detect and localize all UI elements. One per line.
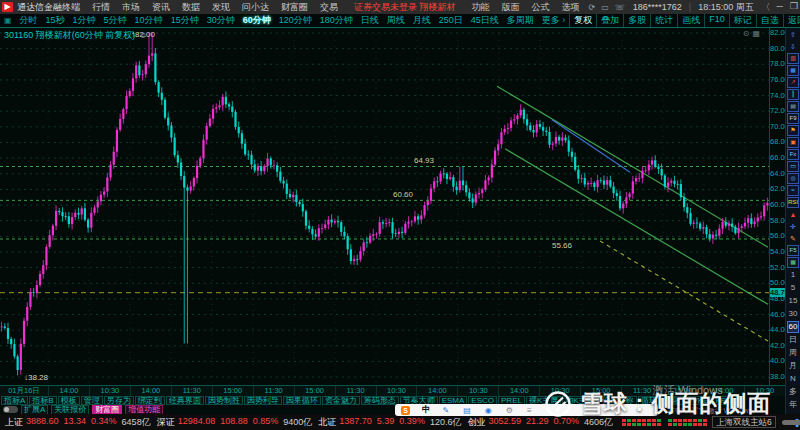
- strip-period-15[interactable]: 15: [787, 295, 799, 307]
- index-quote[interactable]: 深证12984.08108.880.85%9400亿: [155, 416, 317, 429]
- move-cross-icon[interactable]: ✛: [787, 221, 799, 232]
- period-多周期[interactable]: 多周期: [503, 14, 538, 27]
- period-250日[interactable]: 250日: [435, 14, 467, 27]
- flag-icon[interactable]: ⚑: [787, 125, 799, 136]
- ime-mic-icon[interactable]: ◉: [485, 406, 492, 415]
- grid-orange-icon[interactable]: ▣: [787, 137, 799, 148]
- tab-管理[interactable]: 管理: [81, 396, 103, 405]
- strip-period-月[interactable]: 月: [787, 360, 799, 372]
- menu-市场[interactable]: 市场: [116, 1, 146, 14]
- strip-period-1[interactable]: 1: [787, 269, 799, 281]
- strip-period-年[interactable]: 年: [787, 399, 799, 411]
- menu-交易[interactable]: 交易: [314, 1, 344, 14]
- tool-多股[interactable]: 多股: [623, 14, 650, 27]
- menu-数据[interactable]: 数据: [176, 1, 206, 14]
- trend-icon[interactable]: ↗: [787, 77, 799, 88]
- menu-选项[interactable]: 选项: [556, 1, 586, 14]
- refresh-icon[interactable]: ⟳: [586, 3, 599, 12]
- tab-因势制胜[interactable]: 因势制胜: [205, 396, 243, 405]
- menu-公式[interactable]: 公式: [526, 1, 556, 14]
- rsi-icon[interactable]: RSI: [787, 197, 799, 208]
- menu-行情[interactable]: 行情: [86, 1, 116, 14]
- tab-另存为[interactable]: 另存为: [104, 396, 134, 405]
- chart-corner-icons[interactable]: ⊙▦: [743, 29, 763, 38]
- tab-关联报价[interactable]: 关联报价: [51, 405, 89, 414]
- period-45日线[interactable]: 45日线: [467, 14, 503, 27]
- ime-pen-icon[interactable]: ✎: [443, 406, 450, 415]
- period-60分钟[interactable]: 60分钟: [239, 14, 275, 27]
- maximize-button[interactable]: ❒: [787, 1, 800, 14]
- minimize-button[interactable]: ─: [773, 1, 787, 14]
- tool-F10[interactable]: F10: [704, 14, 729, 27]
- alarm-icon[interactable]: ▲: [787, 209, 799, 220]
- strip-period-日[interactable]: 日: [787, 334, 799, 346]
- period-周线[interactable]: 周线: [383, 14, 409, 27]
- period-10分钟[interactable]: 10分钟: [131, 14, 167, 27]
- f5-icon[interactable]: F5: [787, 245, 799, 256]
- ime-logo-icon[interactable]: S: [401, 406, 410, 415]
- period-1分钟[interactable]: 1分钟: [69, 14, 100, 27]
- index-quote[interactable]: 北证1387.705.390.39%120.6亿: [316, 416, 465, 429]
- headset-icon[interactable]: ☏: [612, 3, 628, 12]
- candle-icon[interactable]: ┃: [787, 89, 799, 100]
- tab-扩展A[interactable]: 扩展A: [21, 405, 48, 414]
- period-30分钟[interactable]: 30分钟: [203, 14, 239, 27]
- f9-icon[interactable]: F9: [787, 113, 799, 124]
- period-15分钟[interactable]: 15分钟: [167, 14, 203, 27]
- tab-指标A[interactable]: 指标A: [1, 396, 28, 405]
- stock-info-icon[interactable]: ⊜: [139, 31, 146, 40]
- tab-因果循环[interactable]: 因果循环: [283, 396, 321, 405]
- period-分时[interactable]: 分时: [16, 14, 42, 27]
- tab-caifuquan[interactable]: 财富圈: [92, 405, 122, 414]
- tab-经典界面[interactable]: 经典界面: [166, 396, 204, 405]
- strip-period-N[interactable]: N: [787, 373, 799, 385]
- phone-icon[interactable]: ▭: [598, 3, 612, 12]
- tab-筹码形态[interactable]: 筹码形态: [361, 396, 399, 405]
- candlestick-chart[interactable]: 301160 翔楼新材(60分钟 前复权)⊜ ⊙▦ 64.9360.6055.6…: [0, 28, 769, 385]
- fx-icon[interactable]: Fx: [787, 149, 799, 160]
- menu-版面[interactable]: 版面: [496, 1, 526, 14]
- volume-icon[interactable]: ▦: [787, 65, 799, 76]
- menu-财富圈[interactable]: 财富圈: [275, 1, 314, 14]
- period-5分钟[interactable]: 5分钟: [100, 14, 131, 27]
- target-icon[interactable]: ◎: [787, 173, 799, 184]
- ime-settings-icon[interactable]: ⚙: [506, 406, 513, 415]
- period-日线[interactable]: 日线: [357, 14, 383, 27]
- strip-period-60[interactable]: 60: [787, 321, 799, 333]
- tab-资金魅力[interactable]: 资金魅力: [322, 396, 360, 405]
- index-quote[interactable]: 上证3888.6013.340.34%6458亿: [3, 416, 155, 429]
- tab-绑定到[interactable]: 绑定到: [135, 396, 165, 405]
- menu-发现[interactable]: 发现: [206, 1, 236, 14]
- ime-menu-icon[interactable]: ≡: [527, 406, 532, 415]
- strip-period-5[interactable]: 5: [787, 282, 799, 294]
- trade-login-alert[interactable]: 证券交易未登录 翔楼新材: [344, 1, 466, 14]
- menu-功能[interactable]: 功能: [466, 1, 496, 14]
- toggle-switch[interactable]: [3, 406, 18, 413]
- collapse-button[interactable]: 〈: [759, 1, 773, 14]
- menu-资讯[interactable]: 资讯: [146, 1, 176, 14]
- scroll-up-icon[interactable]: ⇧: [787, 29, 799, 40]
- image-icon[interactable]: ▦: [787, 257, 799, 268]
- kline-icon[interactable]: ▥: [787, 53, 799, 64]
- period-更多 ›[interactable]: 更多 ›: [538, 14, 570, 27]
- tab-因势利导[interactable]: 因势利导: [244, 396, 282, 405]
- layout-icon[interactable]: ▣: [0, 16, 16, 25]
- scroll-down-icon[interactable]: ⇩: [787, 41, 799, 52]
- strip-period-周[interactable]: 周: [787, 347, 799, 359]
- period-180分钟[interactable]: 180分钟: [316, 14, 357, 27]
- candlestick-svg[interactable]: 64.9360.6055.66↑82.00↓38.28: [0, 28, 769, 385]
- pencil-icon[interactable]: ✎: [787, 233, 799, 244]
- strip-period-多[interactable]: 多: [787, 386, 799, 398]
- strip-period-30[interactable]: 30: [787, 308, 799, 320]
- tool-统计[interactable]: 统计: [650, 14, 677, 27]
- account-phone[interactable]: 186****1762: [628, 2, 687, 12]
- ime-lang-indicator[interactable]: 中: [422, 404, 431, 416]
- ime-keyboard-icon[interactable]: ▤: [463, 406, 471, 415]
- tab-zengzhi[interactable]: 增值功能: [125, 405, 163, 414]
- tool-画线[interactable]: 画线: [677, 14, 704, 27]
- period-120分钟[interactable]: 120分钟: [275, 14, 316, 27]
- period-月线[interactable]: 月线: [409, 14, 435, 27]
- tab-指标B[interactable]: 指标B: [29, 396, 56, 405]
- tab-模板[interactable]: 模板: [58, 396, 80, 405]
- tool-返回[interactable]: 返回: [783, 14, 800, 27]
